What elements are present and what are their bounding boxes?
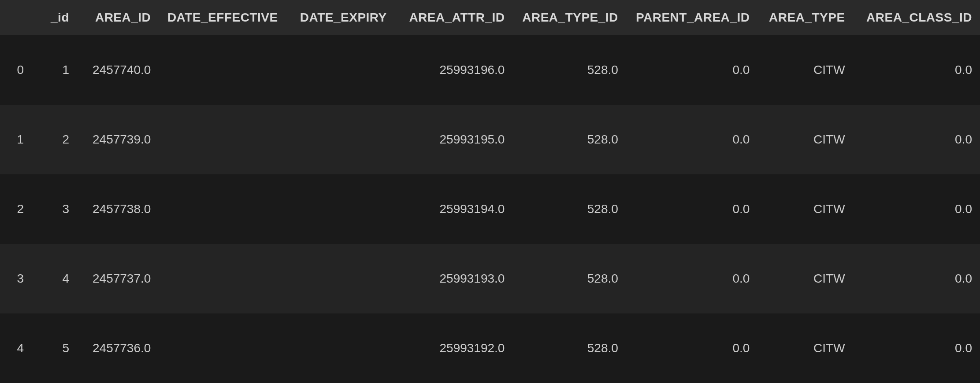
- cell-id: 4: [32, 244, 77, 313]
- cell-date-effective: [159, 313, 286, 383]
- cell-parent-area-id: 0.0: [626, 105, 758, 174]
- table-row[interactable]: 1 2 2457739.0 25993195.0 528.0 0.0 CITW …: [0, 105, 980, 174]
- table-row[interactable]: 0 1 2457740.0 25993196.0 528.0 0.0 CITW …: [0, 35, 980, 105]
- cell-area-class-id: 0.0: [853, 35, 980, 105]
- cell-area-type-id: 528.0: [512, 244, 626, 313]
- cell-area-id: 2457740.0: [77, 35, 159, 105]
- column-header-index[interactable]: [0, 0, 32, 35]
- cell-area-type: CITW: [757, 244, 853, 313]
- cell-id: 5: [32, 313, 77, 383]
- cell-index: 2: [0, 174, 32, 244]
- cell-id: 1: [32, 35, 77, 105]
- cell-area-type-id: 528.0: [512, 174, 626, 244]
- cell-id: 2: [32, 105, 77, 174]
- cell-area-type: CITW: [757, 313, 853, 383]
- cell-area-type: CITW: [757, 35, 853, 105]
- cell-id: 3: [32, 174, 77, 244]
- column-header-area-type-id[interactable]: AREA_TYPE_ID: [512, 0, 626, 35]
- cell-index: 1: [0, 105, 32, 174]
- table-row[interactable]: 4 5 2457736.0 25993192.0 528.0 0.0 CITW …: [0, 313, 980, 383]
- cell-area-type-id: 528.0: [512, 313, 626, 383]
- table-row[interactable]: 3 4 2457737.0 25993193.0 528.0 0.0 CITW …: [0, 244, 980, 313]
- cell-area-class-id: 0.0: [853, 105, 980, 174]
- cell-index: 0: [0, 35, 32, 105]
- cell-date-effective: [159, 244, 286, 313]
- cell-area-class-id: 0.0: [853, 174, 980, 244]
- column-header-area-attr-id[interactable]: AREA_ATTR_ID: [395, 0, 513, 35]
- cell-date-effective: [159, 35, 286, 105]
- column-header-parent-area-id[interactable]: PARENT_AREA_ID: [626, 0, 758, 35]
- cell-area-id: 2457738.0: [77, 174, 159, 244]
- cell-date-effective: [159, 174, 286, 244]
- cell-parent-area-id: 0.0: [626, 244, 758, 313]
- cell-area-type: CITW: [757, 174, 853, 244]
- cell-parent-area-id: 0.0: [626, 174, 758, 244]
- cell-area-id: 2457736.0: [77, 313, 159, 383]
- cell-date-expiry: [286, 35, 395, 105]
- cell-parent-area-id: 0.0: [626, 35, 758, 105]
- cell-date-expiry: [286, 313, 395, 383]
- cell-area-class-id: 0.0: [853, 313, 980, 383]
- column-header-date-expiry[interactable]: DATE_EXPIRY: [286, 0, 395, 35]
- cell-area-attr-id: 25993193.0: [395, 244, 513, 313]
- cell-area-type-id: 528.0: [512, 35, 626, 105]
- cell-date-effective: [159, 105, 286, 174]
- cell-area-id: 2457737.0: [77, 244, 159, 313]
- column-header-area-type[interactable]: AREA_TYPE: [757, 0, 853, 35]
- data-table: _id AREA_ID DATE_EFFECTIVE DATE_EXPIRY A…: [0, 0, 980, 383]
- cell-index: 3: [0, 244, 32, 313]
- column-header-date-effective[interactable]: DATE_EFFECTIVE: [159, 0, 286, 35]
- cell-area-attr-id: 25993195.0: [395, 105, 513, 174]
- cell-area-attr-id: 25993196.0: [395, 35, 513, 105]
- cell-parent-area-id: 0.0: [626, 313, 758, 383]
- column-header-area-id[interactable]: AREA_ID: [77, 0, 159, 35]
- column-header-area-class-id[interactable]: AREA_CLASS_ID: [853, 0, 980, 35]
- cell-date-expiry: [286, 105, 395, 174]
- table-row[interactable]: 2 3 2457738.0 25993194.0 528.0 0.0 CITW …: [0, 174, 980, 244]
- cell-area-id: 2457739.0: [77, 105, 159, 174]
- data-table-container: _id AREA_ID DATE_EFFECTIVE DATE_EXPIRY A…: [0, 0, 980, 383]
- cell-date-expiry: [286, 174, 395, 244]
- cell-index: 4: [0, 313, 32, 383]
- table-header-row: _id AREA_ID DATE_EFFECTIVE DATE_EXPIRY A…: [0, 0, 980, 35]
- cell-area-type: CITW: [757, 105, 853, 174]
- cell-area-type-id: 528.0: [512, 105, 626, 174]
- column-header-id[interactable]: _id: [32, 0, 77, 35]
- cell-area-attr-id: 25993194.0: [395, 174, 513, 244]
- cell-area-attr-id: 25993192.0: [395, 313, 513, 383]
- cell-area-class-id: 0.0: [853, 244, 980, 313]
- cell-date-expiry: [286, 244, 395, 313]
